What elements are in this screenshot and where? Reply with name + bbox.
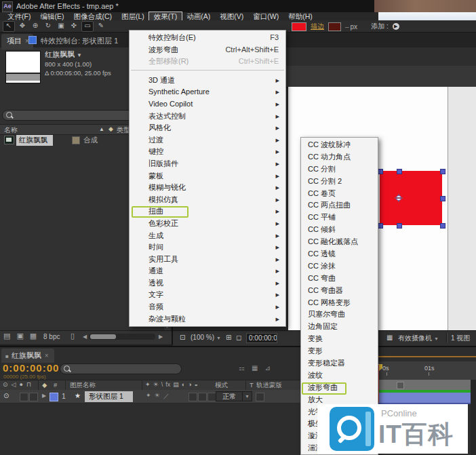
selection-handle[interactable] xyxy=(378,169,383,174)
solo-icon[interactable]: ● xyxy=(19,381,22,388)
camera-tool-icon[interactable]: ▣ xyxy=(56,21,66,31)
rotate-tool-icon[interactable]: ↻ xyxy=(43,21,54,31)
shy-icon[interactable]: ✦ xyxy=(146,392,151,401)
effects-menu-item[interactable]: 实用工具 xyxy=(130,254,285,266)
effects-menu-item[interactable] xyxy=(130,70,285,75)
region-of-interest-icon[interactable]: ◻ xyxy=(236,334,241,341)
menu-bar-item[interactable]: 效果(T) xyxy=(149,12,182,20)
distort-submenu-item[interactable]: CC 融化溅落点 xyxy=(301,236,378,248)
anchor-point-icon[interactable] xyxy=(395,194,403,202)
flowchart-dropdown-icon[interactable]: ▼ xyxy=(77,52,82,58)
trash-icon[interactable]: ▯ xyxy=(71,332,75,340)
fx-icon[interactable]: fx xyxy=(165,381,170,388)
effects-menu-item[interactable]: 蒙板 xyxy=(130,170,285,182)
shy-icon[interactable]: ✦ xyxy=(145,381,151,388)
project-item-name[interactable]: 红旗飘飘 xyxy=(16,135,53,146)
3d-icon[interactable]: ◒ xyxy=(195,381,198,388)
hand-tool-icon[interactable]: ✥ xyxy=(17,21,28,31)
distort-submenu-item[interactable]: CC 两点扭曲 xyxy=(301,199,378,212)
motion-blur-icon[interactable]: ◐ xyxy=(182,381,185,388)
viewer-timecode[interactable]: 0:00:00:0 xyxy=(246,333,277,343)
effects-menu-item[interactable]: 模糊与锐化 xyxy=(130,182,285,194)
distort-submenu-item[interactable]: 变形稳定器 xyxy=(301,357,378,370)
effects-menu-item[interactable]: 表达式控制 xyxy=(130,111,285,123)
menu-bar-item[interactable]: 动画(A) xyxy=(182,12,215,20)
zoom-tool-icon[interactable]: ⊕ xyxy=(30,21,41,31)
effects-menu-item[interactable]: 波形弯曲 Ctrl+Alt+Shift+E xyxy=(130,44,285,56)
work-area-handle[interactable] xyxy=(397,382,404,389)
add-menu-icon[interactable]: ▶ xyxy=(393,23,399,30)
effects-menu-item[interactable]: 杂波与颗粒 xyxy=(130,313,285,325)
distort-submenu-item[interactable]: 波形弯曲 xyxy=(301,382,378,394)
selection-handle[interactable] xyxy=(397,223,402,229)
scrollbar-thumb[interactable] xyxy=(90,334,116,339)
distort-submenu-item[interactable]: CC 倾斜 xyxy=(301,224,378,236)
menu-bar-item[interactable]: 帮助(H) xyxy=(283,12,317,20)
color-depth-icon[interactable]: ▦ xyxy=(30,332,37,340)
always-preview-icon[interactable]: ⊡ xyxy=(180,334,185,341)
scroll-right-icon[interactable]: ▶ xyxy=(157,333,164,340)
pan-behind-tool-icon[interactable]: ✜ xyxy=(68,21,79,31)
quality-icon[interactable]: \ xyxy=(161,381,163,388)
effects-menu-item[interactable]: 3D 通道 xyxy=(130,75,285,87)
effects-menu-item[interactable]: 色彩校正 xyxy=(130,218,285,230)
layer-name[interactable]: 形状图层 1 xyxy=(85,391,133,402)
channel-settings-icon[interactable]: ▦ xyxy=(386,334,393,341)
audio-icon[interactable]: ◁ xyxy=(12,381,16,388)
switch-well[interactable] xyxy=(198,393,207,401)
distort-submenu-item[interactable]: CC 波纹脉冲 xyxy=(301,139,378,151)
collapse-icon[interactable]: ☀ xyxy=(153,381,159,388)
distort-submenu-item[interactable]: 边角固定 xyxy=(301,321,378,333)
column-name[interactable]: 名称 xyxy=(4,125,18,135)
effects-menu-item[interactable]: 通道 xyxy=(130,265,285,277)
stroke-label[interactable]: 描边 xyxy=(311,22,324,31)
effects-menu-item[interactable]: 文字 xyxy=(130,289,285,301)
distort-submenu-item[interactable]: CC 弯曲 xyxy=(301,273,378,285)
distort-submenu-item[interactable]: 变形 xyxy=(301,345,378,357)
draft-3d-icon[interactable]: ▦ xyxy=(252,364,258,372)
blend-mode-dropdown[interactable]: 正常 xyxy=(216,391,243,401)
magnification-dropdown[interactable]: (100 %)▼ xyxy=(191,334,221,341)
graph-editor-icon[interactable]: ⊿ xyxy=(264,364,270,372)
label-color-icon[interactable]: ◆ xyxy=(108,125,113,132)
effects-menu-item[interactable]: 旧版插件 xyxy=(130,158,285,170)
menu-bar-item[interactable]: 图像合成(C) xyxy=(68,12,117,20)
interpret-footage-icon[interactable]: ▤ xyxy=(3,332,10,340)
selection-tool-icon[interactable]: ↖ xyxy=(3,21,15,32)
red-flag-shape[interactable] xyxy=(380,171,442,225)
effects-menu-item[interactable]: 特效控制台(E) F3 xyxy=(130,32,285,44)
menu-bar-item[interactable]: 编辑(E) xyxy=(35,12,68,20)
frame-blend-icon[interactable]: ▤ xyxy=(173,381,179,388)
horizontal-scrollbar[interactable]: ◀ ▶ xyxy=(81,333,164,340)
selection-handle[interactable] xyxy=(440,223,445,229)
scroll-left-icon[interactable]: ◀ xyxy=(81,333,88,340)
label-color-icon[interactable]: ◆ xyxy=(42,381,47,389)
scrollbar-track[interactable] xyxy=(89,334,155,340)
effects-menu-item[interactable]: Synthetic Aperture xyxy=(130,86,285,98)
menu-bar-item[interactable]: 视图(V) xyxy=(215,12,248,20)
distort-submenu-item[interactable]: CC 分割 xyxy=(301,163,378,176)
distort-submenu-item[interactable]: CC 涂抹 xyxy=(301,260,378,273)
stroke-color-swatch[interactable] xyxy=(328,22,341,31)
effects-menu-item[interactable]: 键控 xyxy=(130,146,285,158)
distort-submenu-item[interactable]: 变换 xyxy=(301,333,378,345)
track-matte-well[interactable] xyxy=(256,393,264,401)
menu-bar-item[interactable]: 文件(F) xyxy=(3,12,35,20)
quality-icon[interactable]: ／ xyxy=(163,392,170,401)
distort-submenu-item[interactable]: CC 分割 2 xyxy=(301,176,378,188)
layer-label-color-chip[interactable] xyxy=(49,393,58,401)
effects-menu-item[interactable]: 扭曲 xyxy=(130,205,285,218)
column-layer-name[interactable]: 图层名称 xyxy=(70,381,96,390)
grid-guides-icon[interactable]: ⊞ xyxy=(226,334,231,341)
eye-icon[interactable]: ⊙ xyxy=(3,392,9,399)
stroke-width-unit[interactable]: px xyxy=(345,23,357,31)
eye-icon[interactable]: ⊙ xyxy=(3,381,8,388)
selection-handle[interactable] xyxy=(378,223,383,229)
selection-handle[interactable] xyxy=(440,196,445,201)
sort-ascending-icon[interactable]: ▲ xyxy=(99,126,104,132)
current-time-display[interactable]: 0:00:00:00 xyxy=(3,362,59,374)
pen-tool-icon[interactable]: ✎ xyxy=(96,21,106,31)
chevron-down-icon[interactable]: ▼ xyxy=(242,391,252,401)
effects-menu-item[interactable]: 全部移除(R) Ctrl+Shift+E xyxy=(130,56,285,68)
solo-switch-well[interactable] xyxy=(29,393,38,401)
